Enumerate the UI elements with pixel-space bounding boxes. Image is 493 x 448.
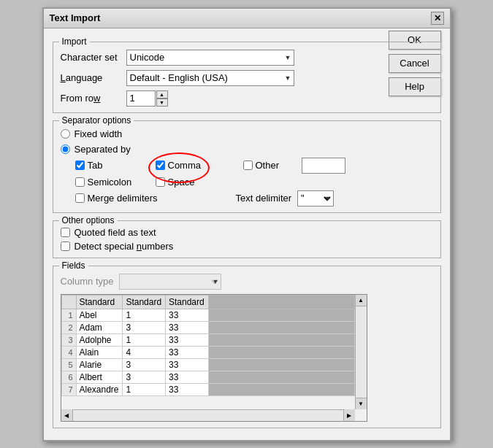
scroll-track-horizontal xyxy=(73,410,343,421)
fields-group: Fields Column type ▲ ▼ ◀ xyxy=(53,266,441,428)
cell-col3: 33 xyxy=(165,309,208,321)
space-checkbox[interactable] xyxy=(156,177,165,187)
cell-col3: 33 xyxy=(165,371,208,383)
horizontal-scrollbar[interactable]: ◀ ▶ xyxy=(61,409,355,421)
row-num: 3 xyxy=(61,333,76,346)
cell-col3: 33 xyxy=(165,333,208,346)
scroll-down-button[interactable]: ▼ xyxy=(356,398,367,409)
other-text-input[interactable] xyxy=(302,158,345,174)
table-row: 6 Albert 3 33 xyxy=(61,371,354,383)
import-group-label: Import xyxy=(59,36,90,47)
dialog-body: Import Character set Unicode Language De… xyxy=(44,28,450,440)
semicolon-label: Semicolon xyxy=(88,177,132,188)
sep-row1: Tab Comma Other xyxy=(75,158,367,174)
fields-group-label: Fields xyxy=(59,260,88,271)
cell-extra xyxy=(208,358,354,371)
close-button[interactable]: ✕ xyxy=(431,12,444,25)
table-row: 2 Adam 3 33 xyxy=(61,321,354,333)
row-num: 5 xyxy=(61,358,76,371)
from-row-label: From row xyxy=(61,93,126,104)
cell-col1: Alarie xyxy=(76,358,123,371)
character-set-label: Character set xyxy=(61,52,126,63)
cell-col2: 3 xyxy=(123,371,166,383)
vertical-scrollbar[interactable]: ▲ ▼ xyxy=(355,295,367,409)
row-num: 2 xyxy=(61,321,76,333)
separated-by-label: Separated by xyxy=(74,144,131,155)
separator-checkboxes: Tab Comma Other Semic xyxy=(75,158,367,206)
fixed-width-label: Fixed width xyxy=(74,128,123,139)
other-checkbox[interactable] xyxy=(243,161,253,170)
row-num: 4 xyxy=(61,346,76,358)
cell-extra xyxy=(208,371,354,383)
cell-col2: 1 xyxy=(123,333,166,346)
separator-group: Separator options Fixed width Separated … xyxy=(53,120,441,213)
cell-extra xyxy=(208,321,354,333)
scroll-right-button[interactable]: ▶ xyxy=(343,409,355,421)
character-set-select[interactable]: Unicode xyxy=(126,50,294,66)
fixed-width-row: Fixed width xyxy=(61,128,367,139)
table-header-row: Standard Standard Standard xyxy=(61,295,354,309)
scroll-up-button[interactable]: ▲ xyxy=(356,295,367,306)
language-select[interactable]: Default - English (USA) xyxy=(126,70,294,86)
text-delimiter-select[interactable]: " xyxy=(297,190,334,206)
detect-special-checkbox[interactable] xyxy=(61,242,70,251)
data-table: Standard Standard Standard 1 Abel 1 33 2… xyxy=(61,295,355,396)
other-options-group: Other options Quoted field as text Detec… xyxy=(53,220,441,258)
cell-extra xyxy=(208,333,354,346)
tab-label: Tab xyxy=(88,160,103,171)
column-type-select[interactable] xyxy=(119,274,221,290)
table-row: 3 Adolphe 1 33 xyxy=(61,333,354,346)
merge-delimiters-label: Merge delimiters xyxy=(88,193,158,204)
header-col2: Standard xyxy=(123,295,166,309)
cell-col3: 33 xyxy=(165,321,208,333)
header-col3: Standard xyxy=(165,295,208,309)
cell-col2: 3 xyxy=(123,321,166,333)
cell-col1: Alain xyxy=(76,346,123,358)
quoted-field-checkbox[interactable] xyxy=(61,228,70,237)
data-table-container: ▲ ▼ ◀ ▶ Standard Standar xyxy=(61,294,367,422)
tab-checkbox[interactable] xyxy=(75,161,85,170)
from-row-input[interactable]: 1 xyxy=(126,90,156,107)
cell-col1: Adam xyxy=(76,321,123,333)
cell-extra xyxy=(208,346,354,358)
import-group: Import Character set Unicode Language De… xyxy=(53,42,441,113)
sep-row3: Merge delimiters Text delimiter " xyxy=(75,190,367,206)
header-row-num xyxy=(61,295,76,309)
fixed-width-radio[interactable] xyxy=(61,129,70,139)
from-row-row: From row 1 ▲ ▼ xyxy=(61,90,367,107)
row-num: 6 xyxy=(61,371,76,383)
merge-delimiters-checkbox[interactable] xyxy=(75,193,85,203)
column-type-select-wrapper xyxy=(119,274,221,290)
from-row-spinner: 1 ▲ ▼ xyxy=(126,90,168,107)
scroll-left-button[interactable]: ◀ xyxy=(61,409,73,421)
character-set-select-wrapper: Unicode xyxy=(126,50,294,66)
comma-checkbox[interactable] xyxy=(156,161,165,170)
table-row: 7 Alexandre 1 33 xyxy=(61,383,354,395)
scroll-track-vertical xyxy=(356,306,367,398)
cell-col2: 4 xyxy=(123,346,166,358)
table-row: 5 Alarie 3 33 xyxy=(61,358,354,371)
table-row: 4 Alain 4 33 xyxy=(61,346,354,358)
spinner-down[interactable]: ▼ xyxy=(156,99,168,107)
separated-by-radio[interactable] xyxy=(61,144,70,154)
cell-col3: 33 xyxy=(165,383,208,395)
sep-row2: Semicolon Space xyxy=(75,177,367,188)
semicolon-checkbox[interactable] xyxy=(75,177,85,187)
language-row: Language Default - English (USA) xyxy=(61,70,367,86)
detect-special-label: Detect special numbers xyxy=(74,241,174,252)
dialog-title: Text Import xyxy=(50,12,101,23)
cell-col1: Abel xyxy=(76,309,123,321)
header-extra xyxy=(208,295,354,309)
detect-special-row: Detect special numbers xyxy=(61,241,367,252)
table-body: 1 Abel 1 33 2 Adam 3 33 3 Adolphe 1 33 4… xyxy=(61,309,354,395)
text-delimiter-select-wrapper: " xyxy=(297,190,334,206)
cell-extra xyxy=(208,309,354,321)
cell-col3: 33 xyxy=(165,346,208,358)
language-label: Language xyxy=(61,72,126,83)
title-bar: Text Import ✕ xyxy=(44,9,450,28)
semicolon-item: Semicolon xyxy=(75,177,156,188)
spinner-up[interactable]: ▲ xyxy=(156,90,168,99)
quoted-field-row: Quoted field as text xyxy=(61,227,367,238)
comma-label: Comma xyxy=(168,160,202,171)
quoted-field-label: Quoted field as text xyxy=(74,227,156,238)
